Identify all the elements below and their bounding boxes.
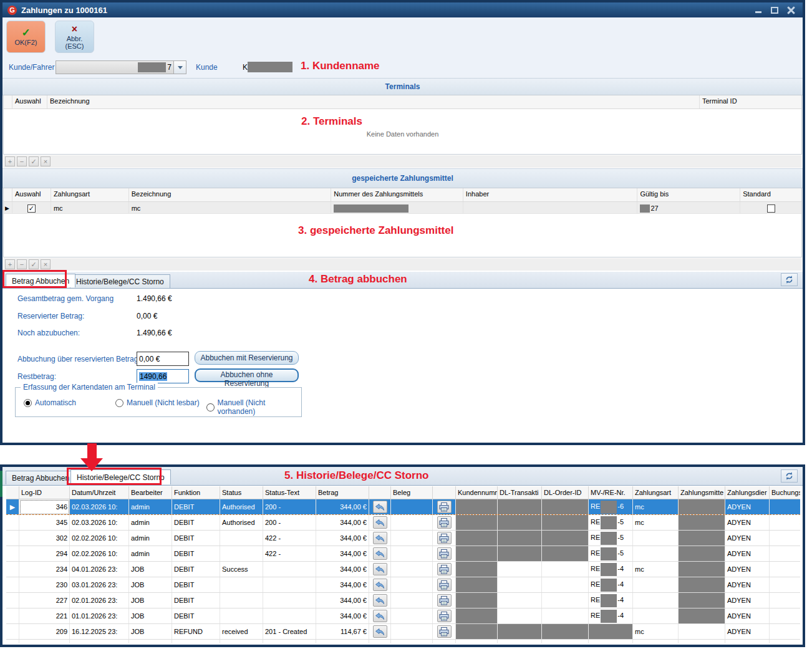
row-selector-icon: ▶: [5, 205, 9, 211]
accept-button[interactable]: ✓: [29, 156, 39, 166]
column-header[interactable]: Auswahl: [12, 188, 51, 201]
cancel-button[interactable]: ×: [41, 156, 51, 166]
storno-undo-icon: [375, 597, 385, 605]
column-header[interactable]: Bearbeiter: [129, 486, 172, 499]
column-header[interactable]: Terminal ID: [700, 95, 800, 108]
cell-buchungsnr: [770, 593, 801, 608]
accept-button[interactable]: ✓: [29, 259, 39, 269]
storno-button[interactable]: [373, 563, 387, 575]
column-header[interactable]: Gültig bis: [637, 188, 740, 201]
print-button[interactable]: [437, 501, 452, 513]
add-button[interactable]: +: [5, 259, 15, 269]
column-header[interactable]: Inhaber: [463, 188, 638, 201]
column-header[interactable]: Status-Text: [263, 486, 316, 499]
history-row[interactable]: 20916.12.2025 23:JOBREFUNDreceived201 - …: [6, 624, 800, 640]
column-header[interactable]: Funktion: [172, 486, 220, 499]
history-row[interactable]: 22101.01.2026 23:JOBDEBIT344,00 €RE-4ADY…: [6, 608, 800, 624]
radio-manuell-nicht-lesbar[interactable]: Manuell (Nicht lesbar): [115, 398, 200, 407]
column-header[interactable]: [433, 486, 456, 499]
pm-bezeichnung: mc: [129, 202, 331, 213]
column-header[interactable]: Beleg: [391, 486, 433, 499]
cell-bearbeiter: admin: [129, 546, 172, 562]
close-icon[interactable]: [786, 6, 795, 14]
storno-undo-icon: [375, 612, 385, 620]
storno-button[interactable]: [373, 532, 387, 544]
column-header[interactable]: Zahlungsmitte: [679, 486, 725, 499]
column-header[interactable]: Zahlungsart: [51, 188, 129, 201]
remove-button[interactable]: −: [17, 156, 27, 166]
cell-status: Authorised: [220, 499, 263, 515]
storno-button[interactable]: [373, 547, 387, 560]
reserved-amount-input[interactable]: [137, 352, 189, 366]
payments-window: G Zahlungen zu 1000161 ✓ OK(F2) × Abbr.(…: [0, 0, 805, 445]
remove-button[interactable]: −: [17, 259, 27, 269]
cell-funktion: DEBIT: [172, 499, 220, 515]
tab-historie-belege[interactable]: Historie/Belege/CC Storno: [70, 274, 170, 288]
column-header[interactable]: DL-Transakti: [498, 486, 542, 499]
restbetrag-input[interactable]: 1490,66: [137, 369, 189, 383]
history-row[interactable]: 29402.02.2026 10:adminDEBIT422 -344,00 €…: [6, 546, 800, 562]
print-button[interactable]: [437, 594, 452, 607]
column-header[interactable]: Betrag: [316, 486, 369, 499]
print-button[interactable]: [437, 610, 452, 622]
tab-historie-belege[interactable]: Historie/Belege/CC Storno: [70, 469, 171, 484]
history-row[interactable]: ▶34602.03.2026 10:adminDEBITAuthorised20…: [6, 499, 800, 515]
storno-button[interactable]: [373, 594, 387, 607]
chevron-down-icon[interactable]: [173, 61, 186, 74]
cancel-button[interactable]: ×: [41, 259, 51, 269]
history-row[interactable]: 30202.02.2026 10:adminDEBIT422 -344,00 €…: [6, 531, 800, 546]
column-header[interactable]: Log-ID: [19, 486, 70, 499]
column-header[interactable]: Datum/Uhrzeit: [70, 486, 129, 499]
print-button[interactable]: [437, 532, 452, 544]
column-header[interactable]: Auswahl: [12, 95, 47, 108]
row-selector: [6, 577, 19, 593]
cell-log-id: 345: [19, 515, 70, 531]
abbuchen-ohne-reservierung-button[interactable]: Abbuchen ohne Reservierung: [195, 368, 299, 382]
print-button[interactable]: [437, 547, 452, 560]
column-header[interactable]: Bezeichnung: [129, 188, 331, 201]
abbuchen-mit-reservierung-button[interactable]: Abbuchen mit Reservierung: [195, 351, 299, 365]
tab-betrag-abbuchen[interactable]: Betrag Abbuchen: [6, 274, 75, 287]
print-button[interactable]: [437, 516, 452, 529]
customer-combobox[interactable]: 7: [56, 60, 186, 74]
column-header[interactable]: Status: [220, 486, 263, 499]
minimize-icon[interactable]: [754, 6, 763, 14]
column-header[interactable]: Zahlungsdier: [725, 486, 770, 499]
history-row[interactable]: 34502.03.2026 10:adminDEBITAuthorised200…: [6, 515, 800, 531]
column-header[interactable]: Bezeichnung: [47, 95, 700, 108]
print-button[interactable]: [437, 625, 452, 638]
column-header[interactable]: [369, 486, 391, 499]
add-button[interactable]: +: [5, 156, 15, 166]
storno-button[interactable]: [373, 610, 387, 622]
pm-auswahl-checkbox[interactable]: ✓: [27, 204, 36, 213]
history-row[interactable]: 23404.01.2026 23:JOBDEBITSuccess344,00 €…: [6, 562, 800, 577]
pm-standard-checkbox[interactable]: [767, 204, 775, 213]
cancel-button[interactable]: × Abbr.(ESC): [55, 21, 94, 53]
column-header[interactable]: Kundennumn: [456, 486, 498, 499]
redaction-block: [601, 501, 617, 514]
column-header[interactable]: DL-Order-ID: [542, 486, 589, 499]
storno-button[interactable]: [373, 501, 387, 513]
column-header[interactable]: Buchungsnur: [770, 486, 801, 499]
history-row[interactable]: 22702.01.2026 23:JOBDEBIT344,00 €RE-4ADY…: [6, 593, 800, 608]
refresh-button[interactable]: [781, 273, 798, 286]
print-button[interactable]: [437, 579, 452, 591]
tab-betrag-abbuchen[interactable]: Betrag Abbuchen: [6, 471, 75, 484]
storno-button[interactable]: [373, 516, 387, 529]
radio-automatisch[interactable]: Automatisch: [24, 398, 76, 407]
cell-datum-uhrzeit: 02.01.2026 23:: [70, 593, 129, 608]
column-header[interactable]: Zahlungsart: [633, 486, 679, 499]
storno-button[interactable]: [373, 579, 387, 591]
ok-button[interactable]: ✓ OK(F2): [6, 21, 46, 53]
column-header[interactable]: Nummer des Zahlungsmittels: [331, 188, 463, 201]
column-header[interactable]: Standard: [740, 188, 801, 201]
refresh-button[interactable]: [781, 469, 798, 483]
payment-method-row[interactable]: ▶ ✓ mc mc 27: [4, 202, 801, 214]
history-row[interactable]: 23003.01.2026 23:JOBDEBIT344,00 €RE-4ADY…: [6, 577, 800, 593]
column-header[interactable]: MV-/RE-Nr.: [589, 486, 633, 499]
print-button[interactable]: [437, 563, 452, 575]
cell-zahlungsmittel: [679, 608, 725, 624]
storno-button[interactable]: [373, 625, 387, 638]
radio-manuell-nicht-vorhanden[interactable]: Manuell (Nicht vorhanden): [206, 398, 301, 416]
maximize-icon[interactable]: [770, 6, 779, 14]
